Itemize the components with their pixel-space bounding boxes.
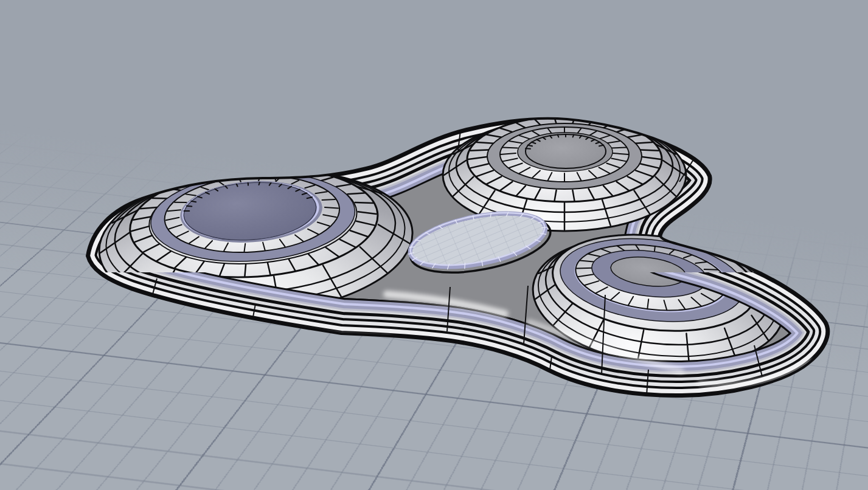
spinner-body [87,117,828,396]
cad-viewport[interactable] [0,0,868,490]
spinner-model[interactable] [0,0,868,490]
